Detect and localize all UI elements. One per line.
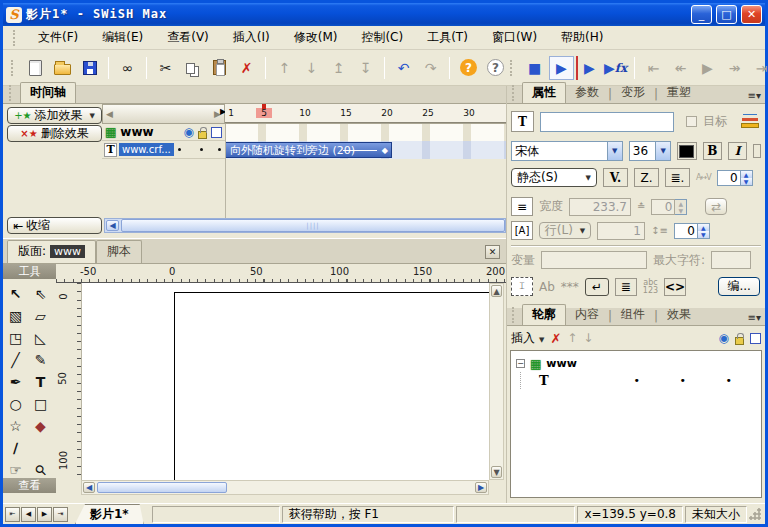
frame-ruler[interactable]: 1 5 10 15 20 25 30	[225, 104, 506, 124]
state-dot[interactable]	[200, 148, 203, 151]
outline-square-icon[interactable]	[750, 333, 761, 344]
timeline-hscrollbar[interactable]: ◀ ||||	[104, 218, 506, 233]
play-movie-button[interactable]: ▶	[549, 56, 574, 80]
rectangle-tool[interactable]: □	[28, 393, 53, 415]
timeline-object-row[interactable]: T www.crf...	[102, 141, 225, 159]
menu-edit[interactable]: 编辑(E)	[90, 26, 155, 49]
scrollbar-left-icon[interactable]: ◀	[106, 220, 119, 231]
library-icon[interactable]	[741, 123, 759, 128]
object-state-dots[interactable]: • • •	[634, 374, 756, 387]
autoshape-tool[interactable]: ◆	[28, 415, 53, 437]
italic-button[interactable]: I	[728, 142, 747, 160]
delete-effect-button[interactable]: ×★ 删除效果	[7, 125, 102, 142]
tab-effects[interactable]: 效果	[658, 305, 700, 325]
knife-tool[interactable]: ∕	[3, 437, 28, 459]
menu-help[interactable]: 帮助(H)	[549, 26, 615, 49]
cut-button[interactable]: ✂	[153, 56, 178, 80]
pen-tool[interactable]: ✒	[3, 371, 28, 393]
title-bar[interactable]: S 影片1* - SWiSH Max _ □ ✕	[3, 3, 765, 26]
scroll-down-icon[interactable]: ▼	[491, 466, 502, 478]
next-scene-button[interactable]: ▶	[37, 507, 52, 522]
delete-button[interactable]: ✗	[234, 56, 259, 80]
insert-menu[interactable]: 插入	[511, 330, 544, 347]
tab-content[interactable]: 内容	[566, 305, 608, 325]
tree-row-scene[interactable]: − ▦ www	[516, 355, 756, 372]
state-dot[interactable]	[178, 148, 181, 151]
close-button[interactable]: ✕	[741, 5, 762, 24]
paste-button[interactable]	[207, 56, 232, 80]
textbox-style-button[interactable]: ⌶	[511, 277, 533, 296]
send-to-back-button[interactable]: ↧	[353, 56, 378, 80]
last-frame-button[interactable]: ⇥	[749, 56, 768, 80]
tab-timeline[interactable]: 时间轴	[20, 82, 76, 103]
new-document-button[interactable]	[23, 56, 48, 80]
tab-layout[interactable]: 版面: www	[7, 240, 96, 263]
eye-icon[interactable]: ◉	[184, 125, 194, 139]
next-frame-button[interactable]: ↠	[722, 56, 747, 80]
timeline-scene-row[interactable]: ▦ www ◉	[102, 124, 225, 141]
scroll-up-icon[interactable]: ▲	[491, 285, 502, 297]
prev-scene-button[interactable]: ◀	[21, 507, 36, 522]
menu-insert[interactable]: 插入(I)	[221, 26, 282, 49]
scene-name-chip[interactable]: www	[50, 245, 85, 258]
scene-frames[interactable]	[225, 124, 506, 141]
collapse-button[interactable]: ⇤ 收缩	[7, 217, 102, 234]
stage-canvas[interactable]	[81, 283, 489, 480]
lower-button[interactable]: ↓	[299, 56, 324, 80]
text-name-input[interactable]	[540, 112, 674, 132]
redo-button[interactable]: ↷	[418, 56, 443, 80]
tab-components[interactable]: 组件	[612, 305, 654, 325]
kerning-spinner[interactable]: 0 ▲▼	[717, 170, 753, 186]
direction-button[interactable]: Z.	[634, 168, 659, 187]
html-button[interactable]: <>	[664, 278, 686, 296]
ellipse-tool[interactable]: ○	[3, 393, 28, 415]
envelope-tool[interactable]: ▱	[28, 305, 53, 327]
scale-tool[interactable]: ◳	[3, 327, 28, 349]
minimize-button[interactable]: _	[691, 5, 712, 24]
save-button[interactable]	[77, 56, 102, 80]
panel-grip[interactable]	[512, 85, 517, 101]
menu-control[interactable]: 控制(C)	[349, 26, 415, 49]
text-color-button[interactable]	[677, 142, 696, 160]
panel-menu-icon[interactable]: ≡▾	[748, 312, 761, 323]
align-button[interactable]: ≣.	[665, 168, 690, 187]
select-tool[interactable]: ↖	[3, 283, 28, 305]
font-size-select[interactable]: 36 ▼	[629, 141, 671, 161]
raise-button[interactable]: ↑	[272, 56, 297, 80]
play-effect-button[interactable]: ▶fx	[603, 56, 628, 80]
resize-grip[interactable]	[749, 508, 761, 520]
play-timeline-button[interactable]: ▶	[576, 56, 601, 80]
target-checkbox[interactable]	[686, 116, 697, 127]
tab-parameters[interactable]: 参数	[566, 83, 608, 103]
subselect-tool[interactable]: ⇖	[28, 283, 53, 305]
tab-properties[interactable]: 属性	[522, 82, 566, 103]
open-button[interactable]	[50, 56, 75, 80]
panel-close-button[interactable]: ✕	[485, 245, 500, 259]
effect-end-diamond[interactable]: ◆	[382, 146, 388, 155]
text-type-button[interactable]: T	[511, 111, 534, 132]
maximize-button[interactable]: □	[716, 5, 737, 24]
tab-outline[interactable]: 轮廓	[522, 304, 566, 325]
bold-button[interactable]: B	[703, 142, 722, 160]
spinner-arrows-icon[interactable]: ▲▼	[741, 170, 753, 186]
wrap-width-button[interactable]: ≡	[511, 197, 533, 216]
menu-view[interactable]: 查看(V)	[155, 26, 221, 49]
timeline-grip[interactable]	[9, 85, 14, 101]
first-scene-button[interactable]: ⇤	[5, 507, 20, 522]
scroll-right-icon[interactable]: ▶	[475, 482, 487, 493]
vertical-text-button[interactable]: V.	[603, 168, 628, 187]
last-scene-button[interactable]: ⇥	[53, 507, 68, 522]
collapse-node-icon[interactable]: −	[516, 359, 525, 368]
menu-tools[interactable]: 工具(T)	[415, 26, 480, 49]
pencil-tool[interactable]: ✎	[28, 349, 53, 371]
text-tool[interactable]: T	[28, 371, 53, 393]
chevron-down-icon[interactable]: ▼	[607, 142, 622, 160]
menu-file[interactable]: 文件(F)	[26, 26, 90, 49]
tab-transform[interactable]: 变形	[612, 83, 654, 103]
panel-grip[interactable]	[512, 307, 517, 323]
move-up-button[interactable]: ↑	[567, 331, 577, 345]
canvas-hscrollbar[interactable]: ◀ ▶	[81, 480, 489, 495]
outline-square-icon[interactable]	[211, 127, 222, 138]
toolbar-grip[interactable]	[510, 60, 512, 76]
auto-height-button[interactable]: [A]	[511, 221, 533, 240]
